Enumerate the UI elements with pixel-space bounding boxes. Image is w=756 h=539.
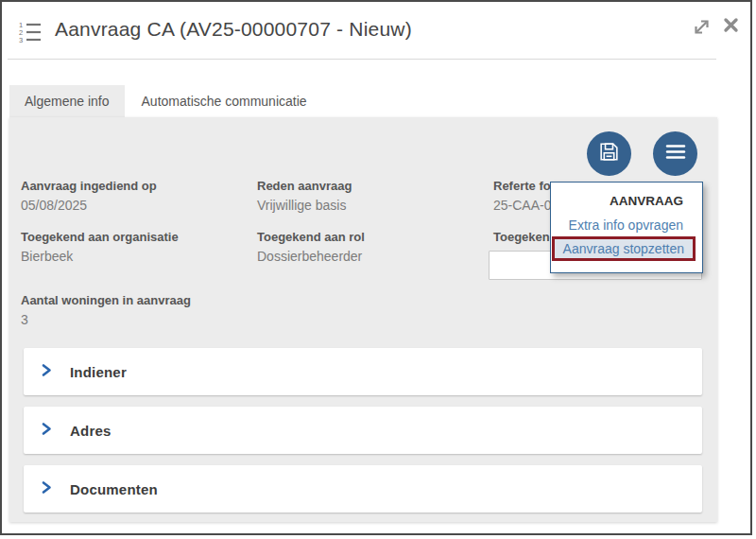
header-divider (8, 59, 716, 60)
content-panel: Aanvraag ingediend op 05/08/2025 Reden a… (9, 117, 717, 522)
tab-label: Automatische communicatie (142, 94, 307, 109)
field-label: Reden aanvraag (257, 178, 352, 194)
field-label: Toegekend (493, 229, 558, 245)
field-label: Toegekend aan rol (257, 229, 365, 245)
floppy-disk-icon (597, 140, 621, 167)
field-value: 05/08/2025 (21, 198, 157, 214)
field-toegekend-aan-rol: Toegekend aan rol Dossierbeheerder (257, 229, 365, 265)
section-documenten[interactable]: Documenten (24, 465, 702, 513)
field-value: Dossierbeheerder (257, 249, 365, 265)
field-toegekend: Toegekend (493, 229, 558, 245)
field-value: Bierbeek (21, 249, 179, 265)
tab-label: Algemene info (25, 94, 110, 109)
page-title: Aanvraag CA (AV25-00000707 - Nieuw) (55, 18, 412, 41)
field-aantal-woningen: Aantal woningen in aanvraag 3 (21, 292, 191, 328)
svg-text:3: 3 (19, 36, 23, 44)
menu-item-aanvraag-stopzetten[interactable]: Aanvraag stopzetten (552, 236, 696, 261)
field-value: Vrijwillige basis (257, 198, 352, 214)
tab-automatische-communicatie[interactable]: Automatische communicatie (125, 85, 324, 117)
field-reden-aanvraag: Reden aanvraag Vrijwillige basis (257, 178, 352, 214)
chevron-right-icon (42, 480, 52, 498)
menu-header: AANVRAAG (610, 194, 683, 208)
field-label: Aantal woningen in aanvraag (21, 292, 191, 308)
field-toegekend-aan-organisatie: Toegekend aan organisatie Bierbeek (21, 229, 179, 265)
expand-icon[interactable] (691, 16, 713, 42)
chevron-right-icon (42, 363, 52, 381)
close-icon[interactable] (723, 17, 739, 37)
field-label: Toegekend aan organisatie (21, 229, 179, 245)
chevron-right-icon (42, 422, 52, 440)
section-indiener[interactable]: Indiener (24, 348, 702, 395)
tab-algemene-info[interactable]: Algemene info (9, 85, 125, 117)
hamburger-menu-icon (665, 144, 686, 164)
aanvraag-actions-menu: AANVRAAG Extra info opvragen Aanvraag st… (550, 182, 703, 273)
section-adres[interactable]: Adres (24, 407, 702, 454)
modal-window: 1 2 3 Aanvraag CA (AV25-00000707 - Nieuw… (0, 0, 752, 535)
numbered-list-icon: 1 2 3 (18, 20, 43, 48)
section-label: Documenten (70, 481, 158, 497)
save-button[interactable] (587, 131, 631, 176)
section-label: Adres (70, 423, 112, 439)
section-label: Indiener (70, 364, 127, 380)
field-aanvraag-ingediend-op: Aanvraag ingediend op 05/08/2025 (21, 178, 157, 214)
field-label: Aanvraag ingediend op (21, 178, 157, 194)
field-value: 3 (21, 312, 191, 328)
menu-item-extra-info-opvragen[interactable]: Extra info opvragen (569, 217, 683, 234)
actions-menu-button[interactable] (653, 131, 697, 176)
tab-bar: Algemene info Automatische communicatie (9, 85, 324, 117)
